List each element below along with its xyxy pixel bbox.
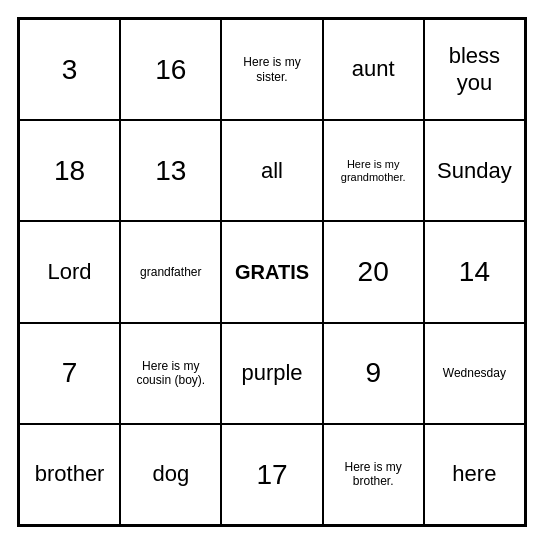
cell-9: Sunday bbox=[424, 120, 525, 221]
cell-text-17: purple bbox=[241, 360, 302, 386]
cell-19: Wednesday bbox=[424, 323, 525, 424]
cell-text-4: bless you bbox=[429, 43, 520, 96]
cell-23: Here is my brother. bbox=[323, 424, 424, 525]
bingo-board: 316Here is my sister.auntbless you1813al… bbox=[17, 17, 527, 527]
cell-text-15: 7 bbox=[62, 356, 78, 390]
cell-11: grandfather bbox=[120, 221, 221, 322]
cell-text-7: all bbox=[261, 158, 283, 184]
cell-17: purple bbox=[221, 323, 322, 424]
cell-text-18: 9 bbox=[365, 356, 381, 390]
cell-15: 7 bbox=[19, 323, 120, 424]
cell-text-10: Lord bbox=[48, 259, 92, 285]
cell-text-14: 14 bbox=[459, 255, 490, 289]
cell-text-19: Wednesday bbox=[443, 366, 506, 380]
cell-20: brother bbox=[19, 424, 120, 525]
cell-18: 9 bbox=[323, 323, 424, 424]
cell-text-21: dog bbox=[152, 461, 189, 487]
cell-6: 13 bbox=[120, 120, 221, 221]
cell-4: bless you bbox=[424, 19, 525, 120]
cell-text-13: 20 bbox=[358, 255, 389, 289]
cell-14: 14 bbox=[424, 221, 525, 322]
cell-13: 20 bbox=[323, 221, 424, 322]
cell-text-22: 17 bbox=[256, 458, 287, 492]
cell-22: 17 bbox=[221, 424, 322, 525]
cell-3: aunt bbox=[323, 19, 424, 120]
cell-text-3: aunt bbox=[352, 56, 395, 82]
cell-text-23: Here is my brother. bbox=[328, 460, 419, 489]
cell-8: Here is my grandmother. bbox=[323, 120, 424, 221]
cell-text-9: Sunday bbox=[437, 158, 512, 184]
cell-text-24: here bbox=[452, 461, 496, 487]
cell-text-1: 16 bbox=[155, 53, 186, 87]
cell-1: 16 bbox=[120, 19, 221, 120]
cell-text-12: GRATIS bbox=[235, 260, 309, 284]
cell-text-8: Here is my grandmother. bbox=[328, 158, 419, 184]
cell-21: dog bbox=[120, 424, 221, 525]
cell-text-6: 13 bbox=[155, 154, 186, 188]
cell-text-5: 18 bbox=[54, 154, 85, 188]
cell-text-16: Here is my cousin (boy). bbox=[125, 359, 216, 388]
cell-text-0: 3 bbox=[62, 53, 78, 87]
cell-16: Here is my cousin (boy). bbox=[120, 323, 221, 424]
cell-text-2: Here is my sister. bbox=[226, 55, 317, 84]
cell-24: here bbox=[424, 424, 525, 525]
cell-text-11: grandfather bbox=[140, 265, 201, 279]
cell-7: all bbox=[221, 120, 322, 221]
cell-2: Here is my sister. bbox=[221, 19, 322, 120]
cell-text-20: brother bbox=[35, 461, 105, 487]
cell-0: 3 bbox=[19, 19, 120, 120]
cell-12: GRATIS bbox=[221, 221, 322, 322]
cell-5: 18 bbox=[19, 120, 120, 221]
cell-10: Lord bbox=[19, 221, 120, 322]
